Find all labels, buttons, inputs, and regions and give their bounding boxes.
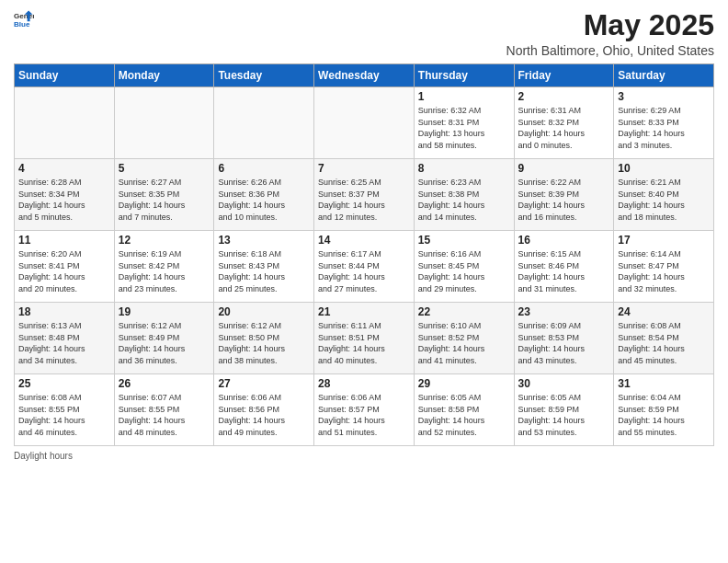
day-info: Sunrise: 6:20 AM Sunset: 8:41 PM Dayligh… xyxy=(18,248,110,294)
day-number: 20 xyxy=(218,305,310,318)
calendar-cell: 29Sunrise: 6:05 AM Sunset: 8:58 PM Dayli… xyxy=(414,374,514,446)
day-info: Sunrise: 6:06 AM Sunset: 8:57 PM Dayligh… xyxy=(318,392,410,438)
calendar-cell: 31Sunrise: 6:04 AM Sunset: 8:59 PM Dayli… xyxy=(614,374,714,446)
calendar-cell: 24Sunrise: 6:08 AM Sunset: 8:54 PM Dayli… xyxy=(614,303,714,374)
calendar-cell: 17Sunrise: 6:14 AM Sunset: 8:47 PM Dayli… xyxy=(614,231,714,303)
calendar-header-row: SundayMondayTuesdayWednesdayThursdayFrid… xyxy=(15,64,714,87)
calendar-cell: 9Sunrise: 6:22 AM Sunset: 8:39 PM Daylig… xyxy=(514,159,614,231)
day-info: Sunrise: 6:23 AM Sunset: 8:38 PM Dayligh… xyxy=(418,177,510,223)
col-header-thursday: Thursday xyxy=(414,64,514,87)
calendar-cell: 23Sunrise: 6:09 AM Sunset: 8:53 PM Dayli… xyxy=(514,303,614,374)
day-number: 13 xyxy=(218,234,310,247)
day-info: Sunrise: 6:28 AM Sunset: 8:34 PM Dayligh… xyxy=(18,177,110,223)
col-header-sunday: Sunday xyxy=(15,64,115,87)
calendar-cell: 11Sunrise: 6:20 AM Sunset: 8:41 PM Dayli… xyxy=(15,231,115,303)
calendar-cell: 20Sunrise: 6:12 AM Sunset: 8:50 PM Dayli… xyxy=(214,303,314,374)
subtitle: North Baltimore, Ohio, United States xyxy=(506,43,714,58)
logo: General Blue xyxy=(14,9,34,29)
day-number: 12 xyxy=(119,234,210,247)
calendar-cell: 22Sunrise: 6:10 AM Sunset: 8:52 PM Dayli… xyxy=(414,303,514,374)
calendar-cell xyxy=(314,87,415,159)
calendar-cell: 19Sunrise: 6:12 AM Sunset: 8:49 PM Dayli… xyxy=(114,303,214,374)
day-number: 4 xyxy=(18,162,110,175)
footer: Daylight hours xyxy=(14,451,714,461)
calendar-cell: 21Sunrise: 6:11 AM Sunset: 8:51 PM Dayli… xyxy=(314,303,415,374)
day-number: 31 xyxy=(618,377,710,390)
day-number: 5 xyxy=(119,162,210,175)
day-number: 15 xyxy=(418,234,510,247)
day-number: 8 xyxy=(418,162,510,175)
day-number: 18 xyxy=(18,305,110,318)
calendar-table: SundayMondayTuesdayWednesdayThursdayFrid… xyxy=(14,63,714,446)
day-number: 23 xyxy=(518,305,610,318)
day-number: 25 xyxy=(18,377,110,390)
calendar-cell: 27Sunrise: 6:06 AM Sunset: 8:56 PM Dayli… xyxy=(214,374,314,446)
day-info: Sunrise: 6:25 AM Sunset: 8:37 PM Dayligh… xyxy=(318,177,410,223)
day-info: Sunrise: 6:11 AM Sunset: 8:51 PM Dayligh… xyxy=(318,320,410,366)
day-number: 10 xyxy=(618,162,710,175)
day-info: Sunrise: 6:10 AM Sunset: 8:52 PM Dayligh… xyxy=(418,320,510,366)
col-header-monday: Monday xyxy=(114,64,214,87)
day-number: 2 xyxy=(518,90,610,103)
calendar-cell: 2Sunrise: 6:31 AM Sunset: 8:32 PM Daylig… xyxy=(514,87,614,159)
day-info: Sunrise: 6:09 AM Sunset: 8:53 PM Dayligh… xyxy=(518,320,610,366)
week-row-4: 18Sunrise: 6:13 AM Sunset: 8:48 PM Dayli… xyxy=(15,303,714,374)
week-row-2: 4Sunrise: 6:28 AM Sunset: 8:34 PM Daylig… xyxy=(15,159,714,231)
page-container: General Blue May 2025 North Baltimore, O… xyxy=(0,0,728,470)
day-info: Sunrise: 6:13 AM Sunset: 8:48 PM Dayligh… xyxy=(18,320,110,366)
day-number: 26 xyxy=(119,377,210,390)
day-number: 9 xyxy=(518,162,610,175)
calendar-cell: 7Sunrise: 6:25 AM Sunset: 8:37 PM Daylig… xyxy=(314,159,415,231)
day-info: Sunrise: 6:07 AM Sunset: 8:55 PM Dayligh… xyxy=(119,392,210,438)
day-number: 1 xyxy=(418,90,510,103)
calendar-cell: 25Sunrise: 6:08 AM Sunset: 8:55 PM Dayli… xyxy=(15,374,115,446)
title-block: May 2025 North Baltimore, Ohio, United S… xyxy=(506,9,714,58)
day-number: 7 xyxy=(318,162,410,175)
day-info: Sunrise: 6:12 AM Sunset: 8:50 PM Dayligh… xyxy=(218,320,310,366)
day-number: 24 xyxy=(618,305,710,318)
calendar-cell: 5Sunrise: 6:27 AM Sunset: 8:35 PM Daylig… xyxy=(114,159,214,231)
day-info: Sunrise: 6:04 AM Sunset: 8:59 PM Dayligh… xyxy=(618,392,710,438)
calendar-cell: 3Sunrise: 6:29 AM Sunset: 8:33 PM Daylig… xyxy=(614,87,714,159)
day-info: Sunrise: 6:12 AM Sunset: 8:49 PM Dayligh… xyxy=(119,320,210,366)
day-info: Sunrise: 6:29 AM Sunset: 8:33 PM Dayligh… xyxy=(618,105,710,151)
day-info: Sunrise: 6:06 AM Sunset: 8:56 PM Dayligh… xyxy=(218,392,310,438)
calendar-cell: 30Sunrise: 6:05 AM Sunset: 8:59 PM Dayli… xyxy=(514,374,614,446)
week-row-5: 25Sunrise: 6:08 AM Sunset: 8:55 PM Dayli… xyxy=(15,374,714,446)
day-number: 27 xyxy=(218,377,310,390)
day-info: Sunrise: 6:31 AM Sunset: 8:32 PM Dayligh… xyxy=(518,105,610,151)
day-info: Sunrise: 6:08 AM Sunset: 8:54 PM Dayligh… xyxy=(618,320,710,366)
header: General Blue May 2025 North Baltimore, O… xyxy=(14,9,714,58)
day-info: Sunrise: 6:22 AM Sunset: 8:39 PM Dayligh… xyxy=(518,177,610,223)
svg-text:Blue: Blue xyxy=(14,20,30,29)
day-number: 11 xyxy=(18,234,110,247)
day-info: Sunrise: 6:19 AM Sunset: 8:42 PM Dayligh… xyxy=(119,248,210,294)
calendar-cell: 15Sunrise: 6:16 AM Sunset: 8:45 PM Dayli… xyxy=(414,231,514,303)
col-header-saturday: Saturday xyxy=(614,64,714,87)
logo-icon: General Blue xyxy=(14,9,34,29)
day-number: 22 xyxy=(418,305,510,318)
day-number: 21 xyxy=(318,305,410,318)
day-info: Sunrise: 6:18 AM Sunset: 8:43 PM Dayligh… xyxy=(218,248,310,294)
calendar-cell: 16Sunrise: 6:15 AM Sunset: 8:46 PM Dayli… xyxy=(514,231,614,303)
day-number: 3 xyxy=(618,90,710,103)
calendar-cell: 4Sunrise: 6:28 AM Sunset: 8:34 PM Daylig… xyxy=(15,159,115,231)
day-number: 30 xyxy=(518,377,610,390)
calendar-cell xyxy=(114,87,214,159)
day-number: 16 xyxy=(518,234,610,247)
day-number: 17 xyxy=(618,234,710,247)
week-row-3: 11Sunrise: 6:20 AM Sunset: 8:41 PM Dayli… xyxy=(15,231,714,303)
calendar-cell: 14Sunrise: 6:17 AM Sunset: 8:44 PM Dayli… xyxy=(314,231,415,303)
day-number: 28 xyxy=(318,377,410,390)
day-info: Sunrise: 6:05 AM Sunset: 8:59 PM Dayligh… xyxy=(518,392,610,438)
col-header-tuesday: Tuesday xyxy=(214,64,314,87)
day-number: 19 xyxy=(119,305,210,318)
calendar-cell: 1Sunrise: 6:32 AM Sunset: 8:31 PM Daylig… xyxy=(414,87,514,159)
day-info: Sunrise: 6:14 AM Sunset: 8:47 PM Dayligh… xyxy=(618,248,710,294)
day-info: Sunrise: 6:26 AM Sunset: 8:36 PM Dayligh… xyxy=(218,177,310,223)
day-info: Sunrise: 6:08 AM Sunset: 8:55 PM Dayligh… xyxy=(18,392,110,438)
day-number: 6 xyxy=(218,162,310,175)
calendar-cell: 18Sunrise: 6:13 AM Sunset: 8:48 PM Dayli… xyxy=(15,303,115,374)
day-info: Sunrise: 6:27 AM Sunset: 8:35 PM Dayligh… xyxy=(119,177,210,223)
calendar-cell: 28Sunrise: 6:06 AM Sunset: 8:57 PM Dayli… xyxy=(314,374,415,446)
